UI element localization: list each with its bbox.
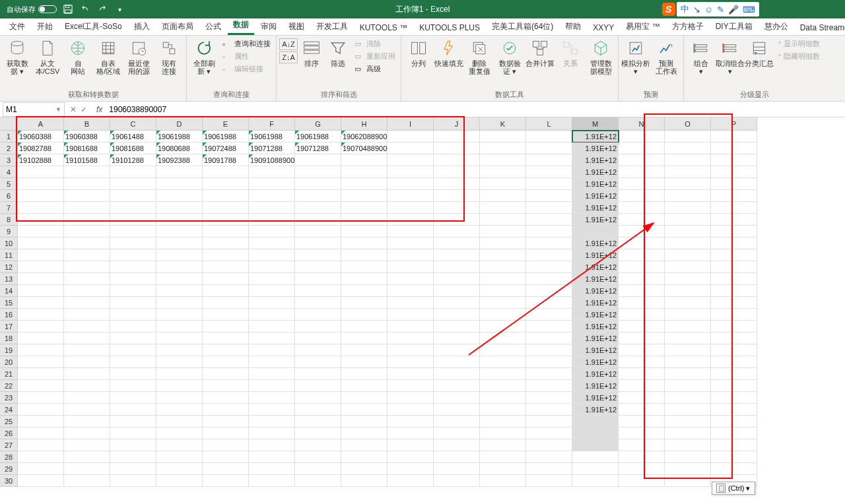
row-header-7[interactable]: 7 <box>0 202 18 214</box>
cell-J19[interactable] <box>434 344 480 356</box>
cell-C7[interactable] <box>110 202 156 214</box>
cell-I11[interactable] <box>388 249 434 261</box>
cell-E17[interactable] <box>203 321 249 332</box>
cell-P4[interactable] <box>711 166 757 178</box>
ribbon-tab-16[interactable]: 方方格子 <box>667 18 709 35</box>
cell-I1[interactable] <box>388 131 434 142</box>
cell-M9[interactable] <box>572 226 619 237</box>
cell-A10[interactable] <box>18 237 64 249</box>
get-data-btn-2[interactable]: 自 网站 <box>63 37 92 75</box>
ime-toolbar[interactable]: 中 ↘ ☺ ✎ 🎤 ⌨ <box>677 2 759 16</box>
cell-J24[interactable] <box>434 404 480 416</box>
cell-H13[interactable] <box>341 273 388 285</box>
cell-I15[interactable] <box>388 297 434 309</box>
cell-N28[interactable] <box>619 451 665 463</box>
cell-F22[interactable] <box>249 380 295 392</box>
name-box[interactable]: M1 ▼ <box>3 102 65 117</box>
cell-K20[interactable] <box>480 356 526 368</box>
cell-M4[interactable]: 1.91E+12 <box>572 166 619 178</box>
get-data-btn-4[interactable]: 最近使 用的源 <box>124 37 153 75</box>
cell-F3[interactable]: 1909108890013 <box>249 154 295 166</box>
datatools-btn-4[interactable]: 合并计算 <box>525 37 555 67</box>
cell-B26[interactable] <box>64 427 110 439</box>
row-header-29[interactable]: 29 <box>0 463 18 475</box>
cell-M18[interactable]: 1.91E+12 <box>572 332 619 344</box>
cell-E3[interactable]: 19091788 <box>203 154 249 166</box>
cell-J17[interactable] <box>434 321 480 332</box>
cell-N20[interactable] <box>619 356 665 368</box>
cell-B7[interactable] <box>64 202 110 214</box>
cell-C25[interactable] <box>110 416 156 427</box>
cell-M28[interactable] <box>572 451 619 463</box>
cell-E27[interactable] <box>203 439 249 451</box>
cell-D7[interactable] <box>156 202 203 214</box>
cell-A3[interactable]: 19102888 <box>18 154 64 166</box>
cell-O11[interactable] <box>665 249 711 261</box>
cell-D10[interactable] <box>156 237 203 249</box>
cell-L19[interactable] <box>526 344 572 356</box>
cell-A29[interactable] <box>18 463 64 475</box>
cell-M14[interactable]: 1.91E+12 <box>572 285 619 297</box>
col-header-J[interactable]: J <box>434 117 480 131</box>
cell-L30[interactable] <box>526 475 572 487</box>
ribbon-tab-10[interactable]: KUTOOLS ™ <box>355 20 413 35</box>
cell-J10[interactable] <box>434 237 480 249</box>
cell-C17[interactable] <box>110 321 156 332</box>
cell-E30[interactable] <box>203 475 249 487</box>
cell-G2[interactable]: 19071288 <box>295 142 341 154</box>
cell-I18[interactable] <box>388 332 434 344</box>
cell-H26[interactable] <box>341 427 388 439</box>
cell-N27[interactable] <box>619 439 665 451</box>
cell-L16[interactable] <box>526 309 572 321</box>
cell-K1[interactable] <box>480 131 526 142</box>
cell-G30[interactable] <box>295 475 341 487</box>
row-header-23[interactable]: 23 <box>0 392 18 404</box>
cell-N11[interactable] <box>619 249 665 261</box>
cell-C13[interactable] <box>110 273 156 285</box>
cell-P24[interactable] <box>711 404 757 416</box>
cell-L2[interactable] <box>526 142 572 154</box>
cell-N6[interactable] <box>619 190 665 202</box>
cell-A30[interactable] <box>18 475 64 487</box>
cell-J13[interactable] <box>434 273 480 285</box>
cell-P27[interactable] <box>711 439 757 451</box>
sort-desc-button[interactable]: Z↓A <box>279 51 298 63</box>
cell-C9[interactable] <box>110 226 156 237</box>
cell-A27[interactable] <box>18 439 64 451</box>
cell-A16[interactable] <box>18 309 64 321</box>
outline-btn-2[interactable]: 分类汇总 <box>745 37 774 75</box>
cell-P3[interactable] <box>711 154 757 166</box>
cell-P2[interactable] <box>711 142 757 154</box>
cell-O9[interactable] <box>665 226 711 237</box>
filter-button[interactable]: 筛选 <box>325 37 351 67</box>
cell-H28[interactable] <box>341 451 388 463</box>
cell-N18[interactable] <box>619 332 665 344</box>
cell-I6[interactable] <box>388 190 434 202</box>
cell-D17[interactable] <box>156 321 203 332</box>
cell-J30[interactable] <box>434 475 480 487</box>
cell-M17[interactable]: 1.91E+12 <box>572 321 619 332</box>
cell-C1[interactable]: 19061488 <box>110 131 156 142</box>
cell-M19[interactable]: 1.91E+12 <box>572 344 619 356</box>
cell-K2[interactable] <box>480 142 526 154</box>
cell-C5[interactable] <box>110 178 156 190</box>
cell-P9[interactable] <box>711 226 757 237</box>
cell-J23[interactable] <box>434 392 480 404</box>
cell-A24[interactable] <box>18 404 64 416</box>
cell-A4[interactable] <box>18 166 64 178</box>
ribbon-tab-15[interactable]: 易用宝 ™ <box>621 18 665 35</box>
ribbon-tab-4[interactable]: 页面布局 <box>156 18 199 35</box>
cell-J8[interactable] <box>434 214 480 226</box>
cell-F25[interactable] <box>249 416 295 427</box>
cell-B12[interactable] <box>64 261 110 273</box>
cell-N7[interactable] <box>619 202 665 214</box>
cell-P18[interactable] <box>711 332 757 344</box>
cell-L6[interactable] <box>526 190 572 202</box>
cell-D8[interactable] <box>156 214 203 226</box>
cell-K24[interactable] <box>480 404 526 416</box>
cell-G13[interactable] <box>295 273 341 285</box>
cell-L21[interactable] <box>526 368 572 380</box>
cell-M2[interactable]: 1.91E+12 <box>572 142 619 154</box>
cell-N8[interactable] <box>619 214 665 226</box>
row-header-3[interactable]: 3 <box>0 154 18 166</box>
